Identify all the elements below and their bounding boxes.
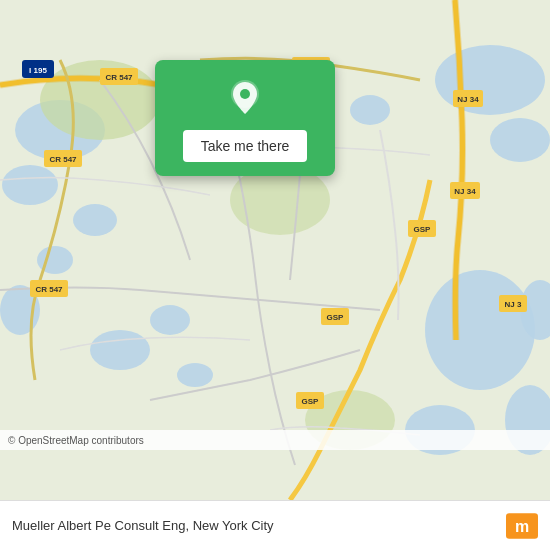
moovit-logo-icon: m bbox=[506, 510, 538, 542]
pin-icon bbox=[223, 76, 267, 120]
svg-point-2 bbox=[2, 165, 58, 205]
map-container: I 195 CR 547 CR 547 CR 547 CR 524 NJ 34 … bbox=[0, 0, 550, 500]
svg-point-16 bbox=[350, 95, 390, 125]
svg-point-6 bbox=[90, 330, 150, 370]
svg-text:CR 547: CR 547 bbox=[105, 73, 133, 82]
svg-point-7 bbox=[150, 305, 190, 335]
svg-text:GSP: GSP bbox=[327, 313, 345, 322]
svg-point-8 bbox=[177, 363, 213, 387]
location-name: Mueller Albert Pe Consult Eng, New York … bbox=[12, 518, 274, 533]
svg-text:m: m bbox=[515, 517, 529, 534]
take-me-there-button[interactable]: Take me there bbox=[183, 130, 308, 162]
svg-text:NJ 3: NJ 3 bbox=[505, 300, 522, 309]
svg-point-3 bbox=[73, 204, 117, 236]
svg-text:I 195: I 195 bbox=[29, 66, 47, 75]
svg-text:CR 547: CR 547 bbox=[49, 155, 77, 164]
svg-point-10 bbox=[490, 118, 550, 162]
bottom-bar: Mueller Albert Pe Consult Eng, New York … bbox=[0, 500, 550, 550]
svg-text:GSP: GSP bbox=[302, 397, 320, 406]
svg-point-9 bbox=[435, 45, 545, 115]
svg-text:GSP: GSP bbox=[414, 225, 432, 234]
svg-text:CR 547: CR 547 bbox=[35, 285, 63, 294]
svg-point-11 bbox=[425, 270, 535, 390]
copyright-text: © OpenStreetMap contributors bbox=[8, 435, 144, 446]
location-card: Take me there bbox=[155, 60, 335, 176]
svg-text:NJ 34: NJ 34 bbox=[454, 187, 476, 196]
copyright-bar: © OpenStreetMap contributors bbox=[0, 430, 550, 450]
moovit-logo: m bbox=[506, 510, 538, 542]
svg-text:NJ 34: NJ 34 bbox=[457, 95, 479, 104]
svg-point-43 bbox=[240, 89, 250, 99]
